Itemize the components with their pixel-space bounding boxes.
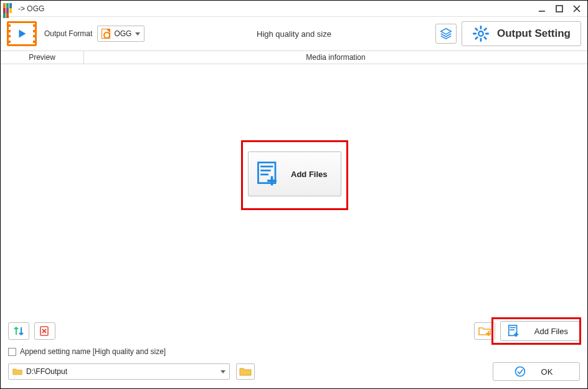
merge-button[interactable]: [8, 322, 29, 340]
append-setting-row: Append setting name [High quality and si…: [1, 345, 587, 361]
output-format-value: OGG: [114, 29, 131, 38]
add-folder-button[interactable]: [474, 322, 495, 340]
ok-label: OK: [541, 367, 553, 377]
svg-point-23: [515, 367, 524, 377]
svg-point-6: [478, 31, 483, 36]
add-file-icon: [507, 324, 521, 338]
svg-marker-4: [19, 30, 26, 38]
add-files-center-label: Add Files: [291, 170, 328, 179]
add-files-bottom-button[interactable]: Add Files: [500, 321, 580, 341]
layers-icon: [439, 27, 453, 41]
minimize-button[interactable]: [535, 3, 549, 14]
svg-marker-5: [441, 29, 452, 34]
quality-label: High quality and size: [257, 29, 331, 39]
output-format-label: Output Format: [44, 29, 92, 38]
maximize-button[interactable]: [552, 3, 566, 14]
file-list-area: Add Files: [1, 64, 587, 300]
batch-mode-button[interactable]: [435, 24, 457, 44]
output-setting-label: Output Setting: [497, 27, 571, 40]
ok-button[interactable]: OK: [493, 362, 580, 381]
column-preview: Preview: [1, 51, 84, 64]
app-icon: [3, 3, 14, 14]
tools-row: Add Files: [1, 317, 587, 345]
append-setting-label: Append setting name [High quality and si…: [20, 347, 166, 356]
add-file-icon: [255, 160, 282, 188]
output-path-value: D:\FFOutput: [26, 367, 217, 376]
window-title: -> OGG: [18, 4, 535, 13]
app-logo: [7, 21, 37, 46]
close-button[interactable]: [570, 3, 584, 14]
add-files-center-button[interactable]: Add Files: [248, 151, 341, 196]
folder-icon: [12, 367, 22, 376]
add-files-bottom-label: Add Files: [534, 327, 568, 336]
titlebar: -> OGG: [1, 1, 587, 17]
output-path-combo[interactable]: D:\FFOutput: [8, 363, 230, 380]
chevron-down-icon: [220, 370, 225, 373]
chevron-down-icon: [135, 32, 140, 36]
folder-plus-icon: [478, 325, 491, 337]
svg-rect-1: [556, 6, 562, 12]
column-media-info: Media information: [84, 51, 587, 64]
columns-header: Preview Media information: [1, 50, 587, 64]
remove-file-icon: [39, 325, 51, 337]
merge-icon: [12, 325, 25, 337]
bottom-panel: Add Files Append setting name [High qual…: [1, 317, 587, 388]
output-path-row: D:\FFOutput OK: [1, 361, 587, 388]
folder-icon: [239, 367, 252, 377]
browse-folder-button[interactable]: [236, 363, 255, 380]
toolbar: Output Format OGG High quality and size …: [1, 17, 587, 50]
check-circle-icon: [514, 365, 526, 378]
output-setting-button[interactable]: Output Setting: [462, 21, 581, 46]
format-file-icon: [102, 29, 110, 39]
append-setting-checkbox[interactable]: [8, 348, 16, 356]
window-controls: [535, 3, 584, 14]
output-format-select[interactable]: OGG: [97, 26, 145, 42]
gear-icon: [472, 25, 490, 42]
remove-button[interactable]: [34, 322, 55, 340]
